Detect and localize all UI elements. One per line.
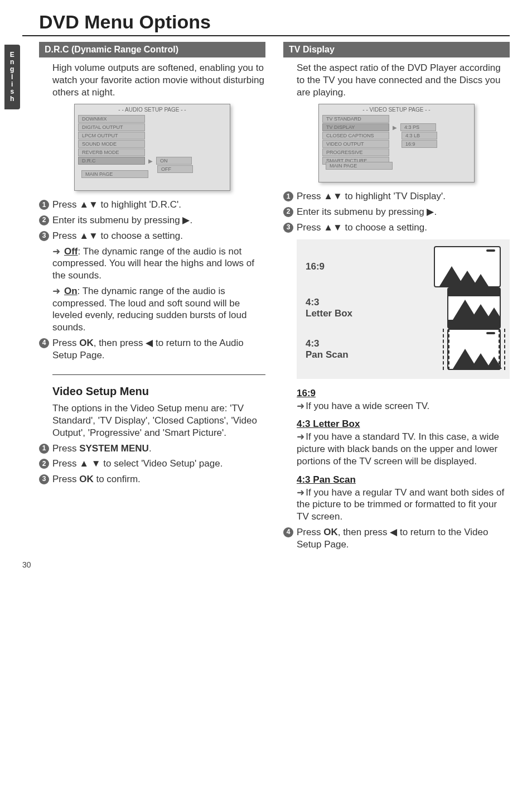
tv-step-3: 3 Press ▲▼ to choose a setting.	[283, 222, 510, 234]
step-number-icon: 1	[39, 200, 49, 210]
step-number-icon: 4	[39, 338, 49, 348]
drc-step-4-text: Press OK, then press ◀ to return to the …	[52, 337, 265, 362]
osd-item: DIGITAL OUTPUT	[78, 123, 145, 131]
step-number-icon: 3	[283, 223, 293, 233]
drc-on-label: On	[64, 286, 78, 296]
aspect-row-lb: 4:3 Letter Box	[306, 287, 501, 329]
osd-item: TV STANDARD	[322, 115, 389, 123]
step-number-icon: 2	[39, 459, 49, 469]
text-fragment: Press	[52, 443, 79, 454]
text-fragment: If you have a regular TV and want both s…	[297, 487, 504, 522]
osd-item: DOWNMIX	[78, 115, 145, 123]
aspect-row-ps: 4:3 Pan Scan	[306, 329, 501, 370]
step-number-icon: 3	[39, 474, 49, 484]
step-number-icon: 1	[283, 191, 293, 201]
video-step-3-text: Press OK to confirm.	[52, 473, 265, 485]
tv-step-1-text: Press ▲▼ to highlight 'TV Display'.	[297, 190, 510, 203]
step-number-icon: 4	[283, 527, 293, 537]
opt-lb-heading: 4:3 Letter Box	[297, 419, 510, 430]
drc-intro: High volume outputs are softened, enabli…	[39, 62, 265, 98]
right-column: TV Display Set the aspect ratio of the D…	[283, 42, 510, 554]
drc-step-1-text: Press ▲▼ to highlight 'D.R.C'.	[52, 199, 265, 211]
text-fragment: Press	[297, 527, 323, 537]
opt-ps-heading: 4:3 Pan Scan	[297, 474, 510, 485]
video-osd-title: - - VIDEO SETUP PAGE - -	[322, 107, 471, 113]
osd-item: CLOSED CAPTIONS	[322, 132, 389, 140]
ok-label: OK	[79, 474, 94, 484]
osd-item: REVERB MODE	[78, 148, 145, 156]
tv-step-3-text: Press ▲▼ to choose a setting.	[297, 222, 510, 234]
osd-item-selected: D.R.C	[78, 157, 145, 165]
tv-icon-panscan	[447, 329, 501, 370]
text-fragment: Pan Scan	[306, 349, 349, 360]
osd-main-page: MAIN PAGE	[81, 170, 148, 178]
aspect-label-169: 16:9	[306, 261, 325, 272]
aspect-ratio-illustrations: 16:9 4:3 Letter Box	[297, 239, 510, 379]
title-rule	[22, 35, 510, 36]
osd-main-page: MAIN PAGE	[326, 162, 393, 170]
tv-display-intro: Set the aspect ratio of the DVD Player a…	[283, 62, 510, 98]
opt-lb-body: ➜If you have a standard TV. In this case…	[297, 431, 510, 467]
text-fragment: 4:3	[306, 338, 320, 349]
osd-item: LPCM OUTPUT	[78, 132, 145, 140]
tv-step-1: 1 Press ▲▼ to highlight 'TV Display'.	[283, 190, 510, 203]
video-setup-osd: - - VIDEO SETUP PAGE - - TV STANDARD TV …	[318, 104, 475, 182]
osd-option: 4:3 LB	[402, 132, 437, 140]
text-fragment: If you have a wide screen TV.	[306, 401, 429, 411]
drc-step-3: 3 Press ▲▼ to choose a setting.	[39, 230, 265, 242]
text-fragment: Press	[52, 338, 79, 348]
step-number-icon: 1	[39, 444, 49, 454]
audio-setup-osd: - - AUDIO SETUP PAGE - - DOWNMIX DIGITAL…	[74, 104, 230, 191]
step-number-icon: 3	[39, 231, 49, 241]
osd-item-selected: TV DISPLAY	[322, 123, 389, 131]
ok-label: OK	[79, 338, 94, 348]
tv-step-2: 2 Enter its submenu by pressing ▶.	[283, 206, 510, 218]
drc-heading: D.R.C (Dynamic Range Control)	[39, 42, 265, 57]
tv-step-4-text: Press OK, then press ◀ to return to the …	[297, 526, 510, 551]
drc-step-1: 1 Press ▲▼ to highlight 'D.R.C'.	[39, 199, 265, 211]
osd-item: PROGRESSIVE	[322, 148, 389, 156]
drc-step-4: 4 Press OK, then press ◀ to return to th…	[39, 337, 265, 362]
tv-step-2-text: Enter its submenu by pressing ▶.	[297, 206, 510, 218]
left-column: D.R.C (Dynamic Range Control) High volum…	[39, 42, 265, 554]
drc-off-label: Off	[64, 246, 78, 257]
arrow-icon: ➜	[52, 285, 60, 296]
drc-off-line: ➜ Off: The dynamic range of the audio is…	[39, 246, 265, 282]
aspect-label-lb: 4:3 Letter Box	[306, 297, 352, 319]
opt-169-heading: 16:9	[297, 388, 510, 399]
text-fragment: 4:3	[306, 297, 320, 307]
drc-off-body: : The dynamic range of the audio is not …	[52, 246, 254, 281]
osd-option: OFF	[157, 165, 193, 173]
arrow-icon: ➜	[297, 400, 304, 411]
subsection-rule	[52, 374, 265, 375]
text-fragment: Letter Box	[306, 308, 352, 319]
osd-item: VIDEO OUTPUT	[322, 140, 389, 148]
drc-step-3-text: Press ▲▼ to choose a setting.	[52, 230, 265, 242]
video-step-2-text: Press ▲ ▼ to select 'Video Setup' page.	[52, 458, 265, 470]
video-setup-intro: The options in the Video Setup menu are:…	[39, 402, 265, 439]
drc-step-2-text: Enter its submenu by pressing ▶.	[52, 214, 265, 227]
drc-step-2: 2 Enter its submenu by pressing ▶.	[39, 214, 265, 227]
video-setup-heading: Video Setup Menu	[39, 385, 265, 398]
opt-ps-body: ➜If you have a regular TV and want both …	[297, 487, 510, 523]
opt-169-body: ➜If you have a wide screen TV.	[297, 400, 510, 412]
video-step-1-text: Press SYSTEM MENU.	[52, 443, 265, 455]
aspect-label-ps: 4:3 Pan Scan	[306, 338, 349, 360]
osd-item: SOUND MODE	[78, 140, 145, 148]
osd-caret-icon: ▶	[393, 124, 397, 131]
video-step-1: 1 Press SYSTEM MENU.	[39, 443, 265, 455]
page-title: DVD Menu Options	[39, 11, 510, 33]
arrow-icon: ➜	[297, 487, 304, 498]
audio-osd-title: - - AUDIO SETUP PAGE - -	[78, 107, 226, 113]
language-tab: English	[4, 45, 20, 109]
tv-icon-letterbox	[447, 287, 501, 329]
page-number: 30	[22, 560, 31, 569]
drc-on-line: ➜ On: The dynamic range of the audio is …	[39, 285, 265, 334]
osd-option: 4:3 PS	[400, 123, 436, 131]
drc-on-body: : The dynamic range of the audio is comp…	[52, 286, 246, 333]
video-step-2: 2 Press ▲ ▼ to select 'Video Setup' page…	[39, 458, 265, 470]
ok-label: OK	[323, 527, 338, 537]
arrow-icon: ➜	[52, 246, 60, 257]
osd-option: 16:9	[402, 140, 437, 148]
osd-caret-icon: ▶	[148, 158, 153, 164]
